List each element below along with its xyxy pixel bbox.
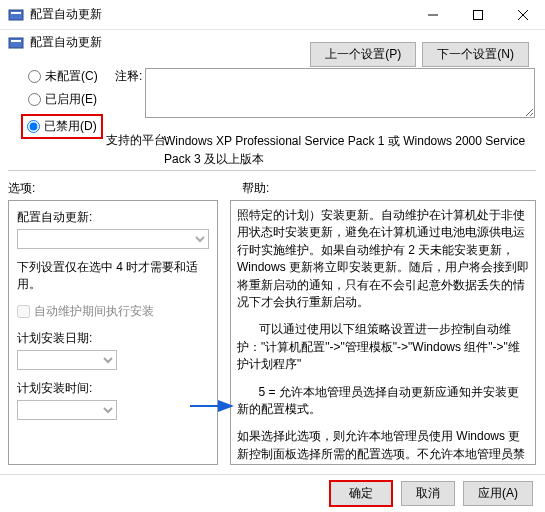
minimize-button[interactable] (410, 0, 455, 30)
radio-enabled[interactable]: 已启用(E) (28, 91, 103, 108)
svg-rect-1 (11, 12, 21, 14)
help-text-3: 5 = 允许本地管理员选择自动更新应通知并安装更新的配置模式。 (237, 384, 529, 419)
schedule-time-label: 计划安装时间: (17, 380, 209, 397)
help-panel[interactable]: 照特定的计划）安装更新。自动维护在计算机处于非使用状态时安装更新，避免在计算机通… (230, 200, 536, 465)
svg-rect-7 (11, 40, 21, 42)
state-radio-group: 未配置(C) 已启用(E) 已禁用(D) (28, 68, 103, 139)
close-button[interactable] (500, 0, 545, 30)
help-label: 帮助: (242, 180, 269, 197)
apply-button[interactable]: 应用(A) (463, 481, 533, 506)
app-icon (8, 7, 24, 23)
cancel-button[interactable]: 取消 (401, 481, 455, 506)
policy-icon (8, 35, 24, 51)
options-note: 下列设置仅在选中 4 时才需要和适用。 (17, 259, 209, 293)
comment-label: 注释: (115, 68, 142, 85)
title-bar: 配置自动更新 (0, 0, 545, 30)
options-label: 选项: (8, 180, 35, 197)
schedule-day-label: 计划安装日期: (17, 330, 209, 347)
policy-title: 配置自动更新 (30, 34, 102, 51)
options-panel: 配置自动更新: 下列设置仅在选中 4 时才需要和适用。 自动维护期间执行安装 计… (8, 200, 218, 465)
radio-disabled-input[interactable] (27, 120, 40, 133)
prev-setting-button[interactable]: 上一个设置(P) (310, 42, 416, 67)
platform-text: Windows XP Professional Service Pack 1 或… (164, 132, 536, 168)
auto-maintenance-checkbox (17, 305, 30, 318)
radio-not-configured-label: 未配置(C) (45, 68, 98, 85)
help-text-4: 如果选择此选项，则允许本地管理员使用 Windows 更新控制面板选择所需的配置… (237, 428, 529, 465)
radio-enabled-input[interactable] (28, 93, 41, 106)
svg-rect-6 (9, 38, 23, 48)
radio-not-configured[interactable]: 未配置(C) (28, 68, 103, 85)
radio-not-configured-input[interactable] (28, 70, 41, 83)
maximize-button[interactable] (455, 0, 500, 30)
ok-button[interactable]: 确定 (329, 480, 393, 507)
platform-label: 支持的平台: (106, 132, 169, 149)
schedule-day-select (17, 350, 117, 370)
help-text-2: 可以通过使用以下组策略设置进一步控制自动维护："计算机配置"->"管理模板"->… (237, 321, 529, 373)
radio-disabled[interactable]: 已禁用(D) (21, 114, 103, 139)
auto-maintenance-checkbox-row: 自动维护期间执行安装 (17, 303, 209, 320)
divider (8, 170, 536, 171)
config-update-select (17, 229, 209, 249)
svg-rect-0 (9, 10, 23, 20)
help-text-1: 照特定的计划）安装更新。自动维护在计算机处于非使用状态时安装更新，避免在计算机通… (237, 207, 529, 311)
radio-disabled-label: 已禁用(D) (44, 118, 97, 135)
next-setting-button[interactable]: 下一个设置(N) (422, 42, 529, 67)
dialog-footer: 确定 取消 应用(A) (0, 474, 545, 512)
config-update-label: 配置自动更新: (17, 209, 209, 226)
svg-rect-3 (473, 11, 482, 20)
comment-textarea[interactable] (145, 68, 535, 118)
radio-enabled-label: 已启用(E) (45, 91, 97, 108)
schedule-time-select (17, 400, 117, 420)
auto-maintenance-label: 自动维护期间执行安装 (34, 303, 154, 320)
